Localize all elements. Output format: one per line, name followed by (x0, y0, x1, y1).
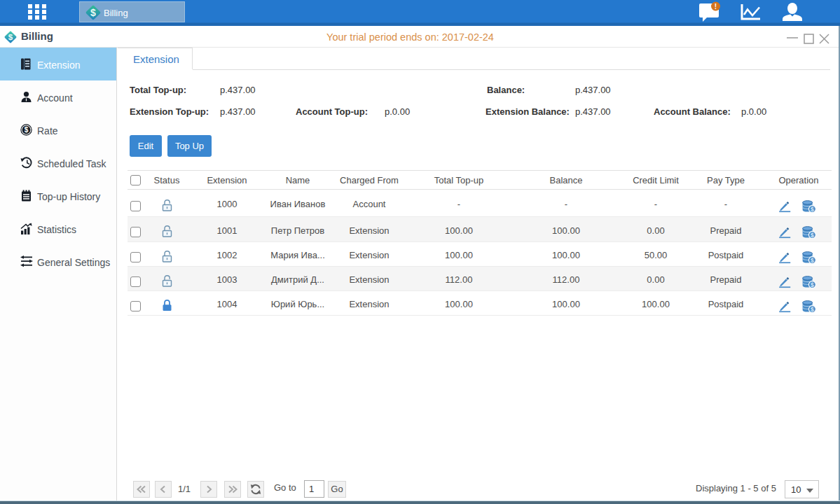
svg-text:$: $ (811, 281, 814, 288)
svg-text:$: $ (811, 305, 814, 312)
svg-text:$: $ (811, 205, 814, 212)
svg-text:!: ! (715, 3, 717, 10)
svg-text:$: $ (90, 7, 96, 18)
svg-text:$: $ (811, 232, 814, 239)
svg-text:$: $ (25, 126, 29, 134)
svg-text:$: $ (811, 256, 814, 263)
